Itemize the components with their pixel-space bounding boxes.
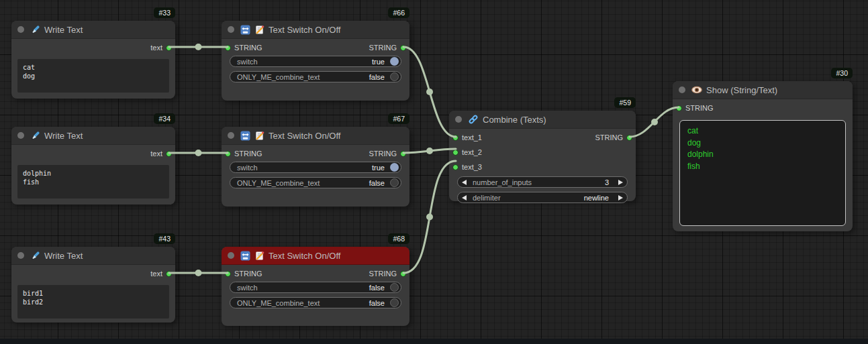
link-icon (468, 114, 479, 125)
input-port[interactable] (452, 164, 459, 170)
output-port[interactable] (400, 151, 406, 157)
input-port[interactable] (676, 105, 682, 111)
node-id-badge: #30 (831, 68, 853, 78)
combine-text-widget[interactable]: ONLY_ME_combine_text false (230, 71, 401, 82)
pen-icon (30, 25, 40, 35)
node-titlebar[interactable]: Write Text (11, 21, 175, 39)
decrement-arrow-icon[interactable] (462, 195, 467, 200)
show-output-box: cat dog dolphin fish (679, 120, 846, 226)
output-port[interactable] (626, 135, 632, 141)
output-port[interactable] (166, 151, 172, 157)
widget-value: false (369, 284, 385, 292)
toggle-knob[interactable] (390, 283, 399, 292)
toggle-knob[interactable] (390, 178, 399, 187)
node-combine-texts-59[interactable]: #59 Combine (Texts) text_1 STRING text_2… (449, 111, 636, 201)
collapse-dot[interactable] (17, 132, 24, 139)
output-port-label: text (150, 150, 162, 158)
switch-widget[interactable]: switch true (230, 56, 401, 67)
node-titlebar-error[interactable]: Text Switch On/Off (222, 247, 409, 265)
input-port[interactable] (225, 271, 231, 277)
decrement-arrow-icon[interactable] (462, 180, 467, 185)
switch-widget[interactable]: switch false (230, 282, 401, 293)
collapse-dot[interactable] (228, 252, 234, 259)
wire-midpoint-dot (426, 214, 433, 221)
node-graph-canvas[interactable]: #33 Write Text text cat dog #34 Write Te… (0, 0, 868, 344)
toggle-knob[interactable] (390, 163, 399, 172)
wire-midpoint-dot (426, 148, 433, 154)
node-text-switch-68[interactable]: #68 Text Switch On/Off STRING STRING swi… (222, 247, 409, 326)
input-port-label: STRING (234, 150, 262, 158)
toggle-knob[interactable] (390, 298, 399, 307)
output-port[interactable] (166, 271, 172, 277)
toggle-knob[interactable] (390, 57, 399, 66)
left-right-arrows-icon (240, 25, 250, 35)
delimiter-widget[interactable]: delimiter newline (457, 192, 628, 203)
input-port[interactable] (225, 45, 231, 51)
collapse-dot[interactable] (679, 87, 685, 93)
widget-value: true (372, 164, 385, 172)
widget-value: false (369, 299, 385, 307)
combine-text-widget[interactable]: ONLY_ME_combine_text false (230, 297, 401, 308)
output-port-label: STRING (369, 44, 397, 52)
input-port[interactable] (225, 151, 231, 157)
node-title: Show (String/Text) (706, 85, 777, 95)
output-port[interactable] (400, 271, 406, 277)
node-text-switch-66[interactable]: #66 Text Switch On/Off STRING STRING swi… (222, 21, 409, 101)
node-title: Write Text (44, 131, 83, 141)
text-input[interactable]: cat dog (17, 59, 169, 93)
node-id-badge: #68 (388, 233, 409, 244)
widget-value: false (369, 179, 385, 187)
memo-icon (254, 131, 264, 141)
node-write-text-34[interactable]: #34 Write Text text dolphin fish (11, 127, 175, 205)
node-show-string-30[interactable]: #30 Show (String/Text) STRING cat dog do… (673, 81, 853, 231)
pen-icon (30, 251, 40, 261)
output-port[interactable] (400, 45, 406, 51)
input-port-label: text_2 (462, 148, 482, 156)
pen-icon (30, 131, 40, 141)
input-port[interactable] (452, 150, 459, 156)
node-id-badge: #33 (154, 7, 175, 18)
node-write-text-33[interactable]: #33 Write Text text cat dog (11, 21, 175, 99)
wire-midpoint-dot (195, 44, 202, 50)
input-port-label: STRING (234, 270, 262, 278)
switch-widget[interactable]: switch true (230, 162, 401, 173)
text-input[interactable]: dolphin fish (17, 165, 169, 198)
widget-label: switch (237, 284, 258, 292)
node-titlebar[interactable]: Text Switch On/Off (222, 127, 409, 145)
widget-label: number_of_inputs (473, 178, 532, 186)
node-titlebar[interactable]: Show (String/Text) (673, 81, 853, 99)
output-port[interactable] (166, 45, 172, 51)
input-port-label: STRING (685, 104, 714, 112)
widget-label: ONLY_ME_combine_text (237, 179, 320, 187)
collapse-dot[interactable] (228, 132, 234, 139)
collapse-dot[interactable] (17, 252, 24, 259)
combine-text-widget[interactable]: ONLY_ME_combine_text false (230, 177, 401, 188)
node-title: Combine (Texts) (483, 115, 546, 125)
wire-midpoint-dot (426, 89, 433, 95)
collapse-dot[interactable] (455, 116, 462, 123)
node-text-switch-67[interactable]: #67 Text Switch On/Off STRING STRING swi… (222, 127, 409, 207)
wire (403, 149, 456, 153)
node-titlebar[interactable]: Text Switch On/Off (222, 21, 409, 39)
toggle-knob[interactable] (390, 72, 399, 81)
node-title: Text Switch On/Off (269, 251, 340, 261)
collapse-dot[interactable] (17, 26, 24, 33)
collapse-dot[interactable] (228, 26, 234, 33)
output-port-label: STRING (369, 270, 397, 278)
increment-arrow-icon[interactable] (618, 195, 623, 200)
number-of-inputs-widget[interactable]: number_of_inputs 3 (457, 176, 628, 188)
node-titlebar[interactable]: Write Text (11, 127, 175, 145)
node-titlebar[interactable]: Combine (Texts) (449, 111, 636, 129)
node-title: Text Switch On/Off (269, 25, 340, 35)
input-port[interactable] (452, 135, 459, 141)
node-id-badge: #43 (154, 233, 175, 244)
memo-icon (254, 25, 264, 35)
increment-arrow-icon[interactable] (618, 180, 623, 185)
node-write-text-43[interactable]: #43 Write Text text bird1 bird2 (11, 247, 175, 323)
input-port-label: text_3 (462, 163, 482, 171)
node-titlebar[interactable]: Write Text (11, 247, 175, 265)
wire (403, 47, 456, 137)
text-input[interactable]: bird1 bird2 (17, 285, 169, 319)
show-output-text: cat dog dolphin fish (687, 125, 838, 172)
wire (403, 161, 456, 273)
